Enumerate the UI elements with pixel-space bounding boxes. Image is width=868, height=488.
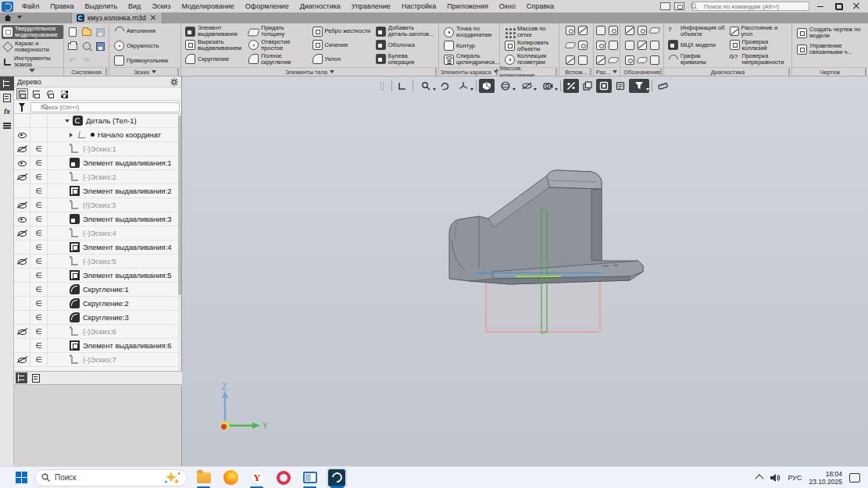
tree-grid-button[interactable] [59, 88, 70, 99]
collision-check-button[interactable]: Проверка коллизий [728, 39, 790, 52]
object-info-button[interactable]: ?Информация об объекте [666, 25, 728, 38]
preview-button[interactable] [80, 39, 94, 53]
tree-item-extrude[interactable]: ∈Элемент выдавливания:3 [14, 212, 181, 226]
home-button[interactable] [0, 12, 16, 23]
expander-closed-icon[interactable] [70, 133, 75, 137]
tree-item-sketch[interactable]: ∈(-)Эскиз:2 [14, 170, 181, 184]
screenshot-icon[interactable] [674, 2, 684, 10]
new-document-button[interactable] [66, 25, 80, 39]
simple-hole-button[interactable]: Отверстие простое [247, 39, 309, 52]
tree-item-sketch[interactable]: ∈(-)Эскиз:5 [14, 255, 181, 269]
autoline-button[interactable]: Автолиния [113, 26, 177, 36]
continuity-check-button[interactable]: G?Проверка непрерывности [728, 52, 790, 66]
menu-view[interactable]: Вид [123, 2, 146, 11]
mass-properties-button[interactable]: МЦХ модели [666, 39, 728, 52]
clock[interactable]: 18:04 23.10.2025 [809, 470, 842, 486]
annotation-button-8[interactable] [636, 58, 648, 63]
tree-item-extrude[interactable]: ∈Элемент выдавливания:1 [14, 156, 181, 170]
layout-button-4[interactable] [609, 41, 618, 50]
tree-filter-button[interactable] [16, 102, 27, 112]
annotation-button-6[interactable] [650, 41, 659, 50]
group-grip[interactable] [496, 69, 498, 75]
visibility-eye-icon[interactable] [14, 297, 30, 311]
layout-button-5[interactable] [596, 55, 605, 65]
grid-array-button[interactable]: Массив по сетке [503, 26, 555, 38]
thicken-button[interactable]: Придать толщину [247, 25, 309, 38]
menu-management[interactable]: Управление [346, 2, 396, 11]
visibility-eye-icon[interactable] [14, 170, 30, 184]
group-grip[interactable] [435, 69, 437, 75]
parameters-panel-button[interactable] [0, 91, 14, 105]
3d-model-canvas[interactable] [182, 77, 868, 466]
visibility-eye-icon[interactable] [14, 198, 30, 212]
menu-select[interactable]: Выделить [80, 2, 123, 11]
aux-line-button[interactable] [566, 55, 575, 65]
fillet-button[interactable]: Скругление [184, 52, 245, 66]
firefox-icon[interactable] [220, 468, 241, 488]
taskbar-search[interactable]: Поиск [34, 469, 188, 486]
opera-icon[interactable] [273, 468, 294, 488]
tree-structure-view-button[interactable] [16, 88, 28, 99]
visibility-eye-icon[interactable] [14, 325, 30, 339]
tree-item-extrude[interactable]: ∈Элемент выдавливания:5 [14, 269, 181, 283]
visibility-eye-icon[interactable] [14, 212, 30, 226]
save-button[interactable] [94, 25, 108, 39]
command-search-input[interactable] [692, 2, 809, 11]
aux-axis-button[interactable] [578, 26, 588, 35]
menu-modeling[interactable]: Моделирование [176, 2, 239, 11]
volume-icon[interactable] [770, 473, 780, 483]
start-button[interactable] [11, 468, 31, 488]
mode-sketch-tools[interactable]: Инструменты эскиза [2, 55, 63, 67]
gear-icon[interactable] [170, 78, 178, 86]
visibility-eye-icon[interactable] [14, 339, 30, 353]
group-grip[interactable] [177, 69, 179, 75]
draft-button[interactable]: Уклон [311, 52, 373, 66]
yandex-browser-icon[interactable]: Y [247, 468, 267, 488]
boolean-button[interactable]: Булева операция [374, 52, 436, 66]
tree-item-sketch[interactable]: ∈(-)Эскиз:1 [14, 142, 181, 156]
group-dropdown-icon[interactable] [330, 70, 334, 76]
tree-item-origin[interactable]: Начало координат [14, 128, 181, 142]
aux-plane-button[interactable] [566, 26, 575, 35]
menu-settings[interactable]: Настройка [396, 2, 441, 11]
print-button[interactable] [66, 39, 80, 53]
annotation-button-5[interactable] [638, 41, 647, 50]
screen-layout-icon[interactable] [660, 2, 670, 10]
tree-item-sketch[interactable]: ∈(!)Эскиз:3 [14, 198, 181, 212]
language-indicator[interactable]: РУС [788, 474, 802, 482]
cut-extrude-button[interactable]: Вырезать выдавливанием [184, 39, 245, 52]
chevron-down-icon[interactable] [17, 16, 22, 21]
tree-item-extrude[interactable]: ∈Элемент выдавливания:6 [14, 339, 181, 353]
visibility-eye-icon[interactable] [14, 142, 30, 156]
close-button[interactable] [849, 2, 863, 11]
expander-open-icon[interactable] [65, 119, 70, 125]
group-grip[interactable] [105, 69, 107, 75]
group-grip[interactable] [865, 69, 866, 75]
kompas-3d-taskbar-icon[interactable] [327, 468, 347, 488]
group-dropdown-icon[interactable] [152, 70, 156, 76]
tree-search-input[interactable] [30, 102, 180, 112]
annotation-button-2[interactable] [638, 26, 647, 35]
tree-scrollbar[interactable] [178, 114, 181, 385]
menu-file[interactable]: Файл [16, 2, 45, 11]
annotation-button-9[interactable] [650, 55, 659, 65]
layout-button-2[interactable] [609, 26, 618, 35]
rib-button[interactable]: Ребро жесткости [311, 25, 373, 38]
visibility-eye-icon[interactable] [14, 226, 30, 240]
menu-drawing[interactable]: Оформление [240, 2, 295, 11]
list-tab-button[interactable] [30, 372, 41, 383]
layout-button-3[interactable] [596, 41, 605, 50]
layout-button-1[interactable] [596, 26, 605, 35]
rectangle-button[interactable]: Прямоугольник [113, 55, 177, 66]
layout-button-6[interactable] [607, 58, 619, 63]
copy-objects-button[interactable]: Копировать объекты [503, 40, 555, 52]
remote-app-icon[interactable] [300, 468, 320, 488]
redo-button[interactable]: ↷ [80, 53, 94, 67]
file-explorer-icon[interactable] [194, 468, 214, 488]
create-drawing-button[interactable]: Создать чертеж по модели [795, 27, 865, 39]
tree-item-sketch[interactable]: ∈(-)Эскиз:4 [14, 226, 181, 240]
mode-wireframe-surfaces[interactable]: Каркас и поверхности [2, 40, 63, 54]
spiral-button[interactable]: Спираль цилиндрическ... [442, 53, 496, 66]
visibility-eye-icon[interactable] [14, 156, 30, 170]
group-grip[interactable] [788, 69, 790, 75]
